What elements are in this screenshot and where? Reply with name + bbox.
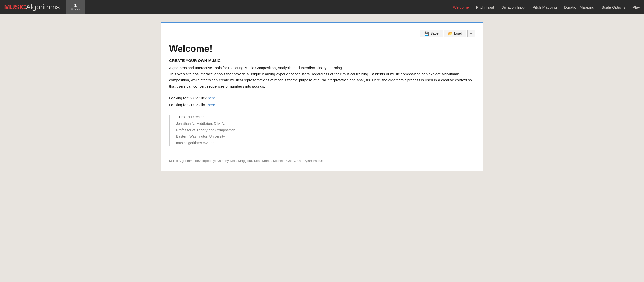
content-panel: Save Load ▾ Welcome! CREATE YOUR OWN MUS…	[161, 22, 483, 171]
load-label: Load	[454, 31, 462, 36]
logo-music-text: MUSIC	[4, 3, 26, 11]
dropdown-button[interactable]: ▾	[467, 30, 475, 37]
nav-duration-mapping[interactable]: Duration Mapping	[564, 5, 594, 9]
save-label: Save	[430, 31, 439, 36]
description-block: Algorithms and Interactive Tools for Exp…	[169, 65, 475, 90]
credit-university: Eastern Washington University	[176, 133, 475, 140]
site-header: MUSIC Algorithms 1 Voices Welcome Pitch …	[0, 0, 644, 14]
dropdown-arrow-icon: ▾	[470, 31, 472, 36]
voices-number: 1	[74, 3, 77, 8]
logo-algorithms-text: Algorithms	[26, 3, 60, 11]
version-links: Looking for v2.0? Click here Looking for…	[169, 95, 475, 109]
nav-duration-input[interactable]: Duration Input	[501, 5, 525, 9]
v1-link[interactable]: here	[208, 103, 215, 107]
v2-link[interactable]: here	[208, 96, 215, 100]
voices-badge: 1 Voices	[66, 0, 85, 14]
toolbar: Save Load ▾	[169, 30, 475, 37]
welcome-heading: Welcome!	[169, 43, 475, 54]
load-button[interactable]: Load	[444, 30, 466, 37]
main-nav: Welcome Pitch Input Duration Input Pitch…	[453, 5, 640, 9]
description-line1: Algorithms and Interactive Tools for Exp…	[169, 65, 475, 71]
voices-label: Voices	[71, 8, 80, 11]
credit-name: Jonathan N. Middleton, D.M.A.	[176, 121, 475, 127]
nav-welcome[interactable]: Welcome	[453, 5, 469, 9]
nav-scale-options[interactable]: Scale Options	[601, 5, 625, 9]
credit-blockquote: – Project Director: Jonathan N. Middleto…	[169, 115, 475, 146]
save-icon	[424, 31, 429, 36]
load-icon	[448, 31, 453, 36]
v2-text: Looking for v2.0? Click	[169, 96, 208, 100]
footer-credit: Music Algorithms developed by: Anthony D…	[169, 155, 475, 163]
credit-dash: – Project Director:	[176, 115, 475, 119]
description-line2: This Web site has interactive tools that…	[169, 71, 475, 90]
page-wrapper: Save Load ▾ Welcome! CREATE YOUR OWN MUS…	[0, 14, 644, 179]
v1-link-line: Looking for v1.0? Click here	[169, 102, 475, 109]
site-logo: MUSIC Algorithms	[4, 3, 60, 11]
v1-text: Looking for v1.0? Click	[169, 103, 208, 107]
create-heading: CREATE YOUR OWN MUSIC	[169, 58, 475, 63]
credit-title: Professor of Theory and Composition	[176, 127, 475, 133]
nav-play[interactable]: Play	[632, 5, 640, 9]
save-button[interactable]: Save	[420, 30, 443, 37]
nav-pitch-mapping[interactable]: Pitch Mapping	[533, 5, 557, 9]
nav-pitch-input[interactable]: Pitch Input	[476, 5, 494, 9]
credit-website: musicalgorithms.ewu.edu	[176, 140, 475, 146]
v2-link-line: Looking for v2.0? Click here	[169, 95, 475, 102]
